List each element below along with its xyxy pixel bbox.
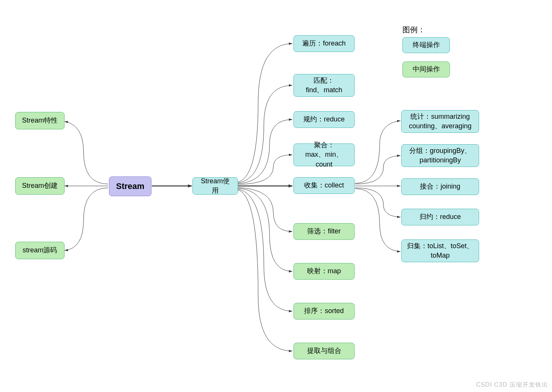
root-stream: Stream (109, 176, 151, 196)
node-aggregate: 聚合： max、min、count (293, 143, 355, 166)
legend-title: 图例： (402, 25, 425, 35)
node-stream-create: Stream创建 (15, 177, 65, 195)
node-filter: 筛选：filter (293, 223, 355, 240)
node-stream-usage: Stream使用 (192, 177, 238, 195)
node-stream-source: stream源码 (15, 242, 65, 259)
node-extract-combine: 提取与组合 (293, 343, 355, 359)
node-stream-features: Stream特性 (15, 112, 65, 129)
node-joining: 接合：joining (401, 178, 479, 195)
node-sorted: 排序：sorted (293, 303, 355, 320)
node-summarizing: 统计：summarizing counting、averaging (401, 110, 479, 133)
node-collect-reduce: 归约：reduce (401, 209, 479, 225)
legend-terminal: 终端操作 (402, 37, 450, 53)
node-tolist: 归集：toList、toSet、 toMap (401, 239, 479, 262)
watermark: CSDI C3D 压缩开发铁出 (476, 381, 548, 389)
node-groupingby: 分组：groupingBy、 partitioningBy (401, 144, 479, 167)
legend-intermediate: 中间操作 (402, 61, 450, 77)
node-reduce: 规约：reduce (293, 111, 355, 128)
node-map: 映射：map (293, 263, 355, 280)
node-foreach: 遍历：foreach (293, 35, 355, 52)
node-collect: 收集：collect (293, 177, 355, 194)
node-find-match: 匹配： find、match (293, 74, 355, 97)
diagram-connectors (0, 0, 552, 392)
